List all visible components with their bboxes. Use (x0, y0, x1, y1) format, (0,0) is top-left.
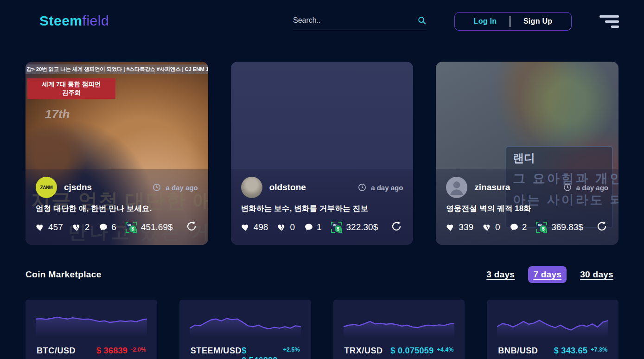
heart-icon (241, 223, 250, 232)
post-grid: 감> 20번 읽고 나는 세계 챔피언이 되었다 | #스타특강쇼 #사피엔스 … (0, 62, 644, 245)
comment-icon (99, 223, 108, 232)
comments-button[interactable]: 2 (510, 222, 527, 232)
coin-pair: TRX/USD (344, 346, 383, 356)
coin-price: $ 0.546832 (242, 346, 280, 359)
upvote-button[interactable]: 457 (36, 222, 63, 232)
sparkline-chart (190, 310, 301, 340)
sparkline-chart (497, 310, 608, 340)
resteem-icon (186, 220, 197, 231)
avatar[interactable] (241, 177, 262, 198)
resteem-icon (596, 220, 607, 231)
signup-button[interactable]: Sign Up (510, 13, 566, 29)
downvote-count: 0 (290, 222, 295, 232)
post-card[interactable]: 랜디 그 요아힘과 개인적으로 아는 사이라도 되시나요? zinasura (436, 62, 618, 245)
post-time: a day ago (357, 183, 403, 192)
logo-part-field: field (83, 13, 109, 28)
post-title[interactable]: 변화하는 보수, 변화를 거부하는 진보 (241, 204, 403, 214)
post-card[interactable]: 감> 20번 읽고 나는 세계 챔피언이 되었다 | #스타특강쇼 #사피엔스 … (26, 62, 208, 245)
coin-change: +2.5% (283, 346, 300, 353)
comment-icon (304, 223, 313, 232)
broken-heart-icon (277, 223, 287, 232)
thumbnail-caption: 감> 20번 읽고 나는 세계 챔피언이 되었다 | #스타특강쇼 #사피엔스 … (26, 64, 208, 74)
payout[interactable]: ₩$ 451.69$ (126, 222, 173, 233)
post-card[interactable]: oldstone a day ago 변화하는 보수, 변화를 거부하는 진보 … (231, 62, 414, 245)
downvote-button[interactable]: 2 (72, 222, 90, 232)
payout[interactable]: ₩$ 369.83$ (536, 222, 583, 233)
tab-30-days[interactable]: 30 days (575, 266, 618, 283)
login-button[interactable]: Log In (461, 13, 510, 29)
payout[interactable]: ₩$ 322.30$ (331, 222, 378, 233)
payout-amount: 322.30$ (346, 222, 378, 232)
payout-amount: 451.69$ (141, 222, 173, 232)
comment-icon (510, 223, 519, 232)
coin-price: $ 343.65 (554, 346, 587, 356)
post-author[interactable]: cjsdns (64, 182, 92, 192)
coin-grid: BTC/USD $ 36839 -2.0% STEEM/USD $ 0.5468… (0, 300, 644, 359)
coin-change: +4.4% (437, 346, 453, 353)
tab-3-days[interactable]: 3 days (481, 266, 520, 283)
post-title[interactable]: 엄청 대단한 애, 한번 만나 보세요. (36, 204, 198, 214)
coin-change: +7.3% (591, 346, 607, 353)
avatar[interactable]: ZANM (36, 177, 57, 198)
period-tabs: 3 days 7 days 30 days (481, 266, 618, 283)
downvote-button[interactable]: 0 (277, 222, 295, 232)
header: Steemfield Log In Sign Up (0, 0, 644, 43)
post-title[interactable]: 영웅전설 벽의 궤적 18화 (446, 204, 608, 214)
heart-icon (36, 223, 45, 232)
post-stats: 457 2 6 ₩$ 451.69$ (36, 220, 198, 234)
marketplace-header: Coin Marketplace 3 days 7 days 30 days (0, 266, 644, 283)
comments-button[interactable]: 6 (99, 222, 116, 232)
resteem-icon (391, 220, 402, 231)
coin-card-btc[interactable]: BTC/USD $ 36839 -2.0% (26, 300, 157, 359)
avatar[interactable] (446, 177, 467, 198)
upvote-count: 457 (48, 222, 63, 232)
coin-card-steem[interactable]: STEEM/USD $ 0.546832 +2.5% (179, 300, 311, 359)
tab-7-days[interactable]: 7 days (528, 266, 567, 283)
sparkline-chart (36, 310, 147, 340)
broken-heart-icon (483, 223, 492, 232)
coin-change: -2.0% (131, 346, 146, 353)
post-stats: 498 0 1 ₩$ 322.30$ (241, 220, 403, 234)
coin-price: $ 36839 (96, 346, 128, 356)
thumbnail-badge: 17th (45, 107, 70, 122)
steem-dollar-icon: ₩$ (536, 222, 547, 233)
upvote-button[interactable]: 339 (446, 222, 473, 232)
post-footer: zinasura a day ago 영웅전설 벽의 궤적 18화 339 (436, 169, 618, 245)
coin-price: $ 0.075059 (390, 346, 434, 356)
coin-pair: BNB/USD (498, 346, 538, 356)
post-stats: 339 0 2 ₩$ 369.83$ (446, 220, 608, 234)
post-footer: oldstone a day ago 변화하는 보수, 변화를 거부하는 진보 … (231, 169, 414, 245)
steem-dollar-icon: ₩$ (331, 222, 342, 233)
logo[interactable]: Steemfield (39, 13, 109, 29)
post-author[interactable]: zinasura (474, 182, 510, 192)
upvote-count: 498 (254, 222, 268, 232)
clock-icon (357, 183, 367, 192)
post-time: a day ago (563, 183, 608, 192)
search-icon[interactable] (417, 16, 427, 25)
auth-box: Log In Sign Up (454, 12, 572, 31)
menu-icon[interactable] (599, 15, 619, 28)
downvote-count: 0 (495, 222, 500, 232)
upvote-count: 339 (459, 222, 473, 232)
resteem-button[interactable] (391, 220, 402, 234)
search-input[interactable] (293, 16, 417, 25)
coin-card-trx[interactable]: TRX/USD $ 0.075059 +4.4% (333, 300, 465, 359)
post-footer: ZANM cjsdns a day ago 엄청 대단한 애, 한번 만나 보세… (26, 169, 208, 245)
resteem-button[interactable] (186, 220, 197, 234)
downvote-count: 2 (85, 222, 90, 232)
logo-part-steem: Steem (39, 13, 83, 28)
coin-card-bnb[interactable]: BNB/USD $ 343.65 +7.3% (487, 300, 618, 359)
upvote-button[interactable]: 498 (241, 222, 268, 232)
post-time: a day ago (152, 183, 198, 192)
steem-dollar-icon: ₩$ (126, 222, 137, 233)
clock-icon (152, 183, 161, 192)
heart-icon (446, 223, 455, 232)
resteem-button[interactable] (596, 220, 607, 234)
post-author[interactable]: oldstone (269, 182, 306, 192)
payout-amount: 369.83$ (551, 222, 583, 232)
clock-icon (563, 183, 572, 192)
downvote-button[interactable]: 0 (483, 222, 500, 232)
marketplace-title: Coin Marketplace (26, 269, 102, 280)
search-box (293, 16, 427, 30)
comments-button[interactable]: 1 (304, 222, 322, 232)
